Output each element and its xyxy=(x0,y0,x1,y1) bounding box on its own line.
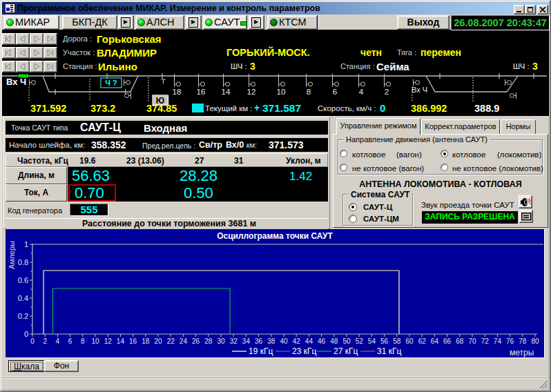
svg-text:6: 6 xyxy=(68,337,72,345)
svg-text:26: 26 xyxy=(192,337,200,345)
svg-text:12: 12 xyxy=(247,88,256,96)
svg-text:19 кГц: 19 кГц xyxy=(249,346,273,356)
svg-text:20: 20 xyxy=(154,337,162,345)
svg-text:28: 28 xyxy=(204,337,213,345)
svg-text:64: 64 xyxy=(431,337,439,345)
svg-text:10: 10 xyxy=(277,88,286,96)
svg-text:16: 16 xyxy=(197,88,206,96)
svg-text:14: 14 xyxy=(117,337,125,345)
svg-text:0.6: 0.6 xyxy=(18,276,28,284)
svg-text:386.992: 386.992 xyxy=(411,103,447,114)
svg-text:12: 12 xyxy=(104,337,113,345)
svg-text:48: 48 xyxy=(330,337,338,345)
svg-text:Ч ?: Ч ? xyxy=(105,79,117,87)
svg-text:60: 60 xyxy=(405,337,414,345)
svg-text:8: 8 xyxy=(307,88,311,96)
svg-text:10: 10 xyxy=(91,337,99,345)
svg-text:6: 6 xyxy=(333,88,337,96)
svg-text:4: 4 xyxy=(56,337,60,345)
svg-text:4: 4 xyxy=(359,88,364,96)
svg-text:Вх Ч: Вх Ч xyxy=(6,77,26,87)
svg-text:16: 16 xyxy=(129,337,137,345)
svg-text:14: 14 xyxy=(222,88,231,96)
svg-text:70: 70 xyxy=(468,337,476,345)
svg-text:0: 0 xyxy=(24,330,28,338)
svg-text:24: 24 xyxy=(180,337,188,345)
svg-text:388.9: 388.9 xyxy=(474,103,499,114)
svg-text:31 кГц: 31 кГц xyxy=(377,346,401,356)
svg-text:72: 72 xyxy=(481,337,490,345)
svg-text:Текущий км :: Текущий км : xyxy=(205,104,253,112)
svg-text:56: 56 xyxy=(380,337,389,345)
svg-text:18: 18 xyxy=(142,337,150,345)
svg-text:373.2: 373.2 xyxy=(90,103,115,114)
svg-text:Вх Ч: Вх Ч xyxy=(412,86,427,94)
svg-text:Скорость, км/ч :: Скорость, км/ч : xyxy=(318,104,376,112)
svg-text:44: 44 xyxy=(305,337,313,345)
svg-text:27 кГц: 27 кГц xyxy=(334,346,358,356)
svg-text:32: 32 xyxy=(230,337,238,345)
svg-text:30: 30 xyxy=(217,337,225,345)
svg-text:0: 0 xyxy=(380,102,385,114)
svg-text:58: 58 xyxy=(393,337,401,345)
svg-text:Амперы: Амперы xyxy=(8,241,16,269)
svg-text:78: 78 xyxy=(519,337,527,345)
svg-text:46: 46 xyxy=(318,337,326,345)
svg-text:метры: метры xyxy=(510,348,534,357)
svg-text:54: 54 xyxy=(368,337,376,345)
svg-text:374.85: 374.85 xyxy=(146,103,177,114)
svg-text:8: 8 xyxy=(81,337,85,345)
svg-text:2: 2 xyxy=(43,337,47,345)
svg-text:50: 50 xyxy=(342,337,351,345)
svg-text:74: 74 xyxy=(494,337,502,345)
svg-text:371.587: 371.587 xyxy=(262,102,301,114)
svg-text:Осциллограмма точки САУТ: Осциллограмма точки САУТ xyxy=(217,231,333,241)
svg-text:66: 66 xyxy=(443,337,452,345)
svg-text:38: 38 xyxy=(267,337,276,345)
svg-text:62: 62 xyxy=(418,337,427,345)
svg-text:80: 80 xyxy=(531,337,539,345)
svg-text:23 кГц: 23 кГц xyxy=(292,346,316,356)
svg-text:68: 68 xyxy=(456,337,464,345)
svg-text:52: 52 xyxy=(356,337,364,345)
svg-text:22: 22 xyxy=(167,337,175,345)
svg-text:1: 1 xyxy=(24,240,28,248)
svg-text:0: 0 xyxy=(30,337,35,345)
svg-text:34: 34 xyxy=(242,337,251,345)
svg-text:371.592: 371.592 xyxy=(30,103,66,114)
svg-text:0.2: 0.2 xyxy=(18,312,28,320)
svg-text:0.8: 0.8 xyxy=(18,258,28,266)
svg-text:0.4: 0.4 xyxy=(18,294,28,302)
svg-text:76: 76 xyxy=(506,337,514,345)
svg-text:40: 40 xyxy=(280,337,288,345)
svg-text:+: + xyxy=(254,102,260,113)
svg-text:36: 36 xyxy=(255,337,263,345)
svg-text:2: 2 xyxy=(385,88,389,96)
svg-text:18: 18 xyxy=(173,88,182,96)
svg-text:42: 42 xyxy=(293,337,301,345)
